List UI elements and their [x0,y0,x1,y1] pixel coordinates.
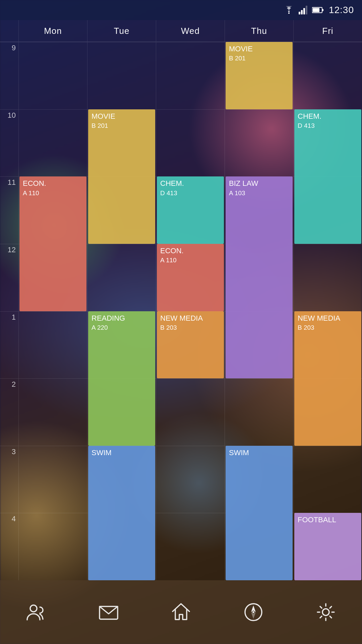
nav-contacts[interactable] [24,600,48,624]
event-title: SWIM [229,448,289,457]
hour-line [294,244,362,244]
svg-rect-3 [303,8,305,14]
event-title: CHEM. [160,179,221,188]
status-icons: 12:30 [284,5,354,15]
status-time: 12:30 [329,5,354,15]
nav-settings[interactable] [314,600,338,624]
day-column-fri[interactable]: CHEM.D 413NEW MEDIAB 203FOOTBALL [293,42,362,580]
svg-point-14 [322,609,329,615]
event-title: BIZ LAW [229,179,289,188]
day-column-wed[interactable]: CHEM.D 413ECON.A 110NEW MEDIAB 203 [156,42,225,580]
time-label-12: 12 [0,244,18,311]
hour-line [156,513,225,513]
time-labels: 91011121234 [0,42,18,580]
svg-rect-2 [301,10,303,14]
day-header-wed: Wed [156,20,225,42]
day-header-tue: Tue [87,20,156,42]
event-movie-thu-9[interactable]: MOVIEB 201 [226,42,293,109]
hour-line [87,42,156,42]
event-room: A 110 [23,190,83,197]
nav-compass[interactable] [242,600,265,624]
svg-point-8 [30,605,37,612]
day-header-thu: Thu [225,20,293,42]
event-room: B 203 [160,324,221,332]
svg-point-0 [288,12,290,14]
hour-line [19,513,87,513]
event-econ-mon-11[interactable]: ECON.A 110 [19,176,86,311]
day-header-mon: Mon [18,20,87,42]
event-room: B 201 [229,55,289,62]
event-title: MOVIE [229,45,289,53]
time-label-1: 1 [0,311,18,379]
day-column-tue[interactable]: MOVIEB 201READINGA 220SWIM [87,42,156,580]
event-econ-wed-12[interactable]: ECON.A 110 [157,244,224,311]
hour-line [225,109,293,110]
hour-line [19,109,87,110]
event-title: READING [92,314,152,323]
day-column-thu[interactable]: MOVIEB 201BIZ LAWA 103SWIM [225,42,293,580]
day-column-mon[interactable]: ECON.A 110 [18,42,87,580]
hour-line [294,42,362,42]
event-title: ECON. [160,247,221,255]
time-label-3: 3 [0,446,18,513]
time-label-10: 10 [0,109,18,177]
event-newmedia-wed-1[interactable]: NEW MEDIAB 203 [157,311,224,379]
svg-rect-7 [313,8,319,12]
wifi-icon [284,6,294,14]
event-room: B 201 [92,122,152,130]
svg-rect-1 [299,12,300,14]
event-room: A 220 [92,324,152,332]
event-swim-tue-3[interactable]: SWIM [88,446,155,580]
event-football-fri-4[interactable]: FOOTBALL [294,513,361,580]
bottom-nav [0,580,362,644]
event-title: SWIM [92,448,152,457]
days-area: ECON.A 110 MOVIEB 201READINGA 220SWIM CH… [18,42,362,580]
time-label-4: 4 [0,513,18,580]
event-newmedia-fri-1[interactable]: NEW MEDIAB 203 [294,311,361,446]
hour-line [156,109,225,110]
event-chem-fri-10[interactable]: CHEM.D 413 [294,109,361,244]
time-grid: 91011121234 ECON.A 110 MOVIEB 201READING… [0,42,362,580]
day-header-row: Mon Tue Wed Thu Fri [0,20,362,42]
nav-home[interactable] [169,600,193,624]
hour-line [294,446,362,446]
hour-line [156,446,225,446]
event-room: A 103 [229,190,289,197]
svg-rect-4 [306,6,307,14]
event-movie-tue-10[interactable]: MOVIEB 201 [88,109,155,244]
hour-line [19,42,87,42]
event-room: A 110 [160,257,221,264]
event-title: NEW MEDIA [160,314,221,323]
hour-line [87,244,156,244]
time-gutter-header [0,20,18,42]
event-room: D 413 [298,122,358,130]
signal-icon [299,6,307,14]
hour-line [156,42,225,42]
event-room: B 203 [298,324,358,332]
time-label-9: 9 [0,42,18,109]
hour-line [156,378,225,379]
calendar-container: Mon Tue Wed Thu Fri 91011121234 ECON.A 1… [0,20,362,580]
time-label-11: 11 [0,176,18,244]
event-title: NEW MEDIA [298,314,358,323]
event-title: ECON. [23,179,83,188]
svg-point-13 [252,611,254,613]
event-bizlaw-thu-11[interactable]: BIZ LAWA 103 [226,176,293,378]
hour-line [225,378,293,379]
day-header-fri: Fri [293,20,362,42]
status-bar: 12:30 [0,0,362,20]
nav-mail[interactable] [97,600,120,624]
event-reading-tue-1[interactable]: READINGA 220 [88,311,155,446]
hour-line [19,378,87,379]
time-label-2: 2 [0,378,18,446]
battery-icon [312,6,324,14]
event-swim-thu-3[interactable]: SWIM [226,446,293,580]
event-title: CHEM. [298,112,358,121]
event-chem-wed-11[interactable]: CHEM.D 413 [157,176,224,244]
hour-line [19,446,87,446]
event-room: D 413 [160,190,221,197]
hour-line [19,311,87,312]
event-title: MOVIE [92,112,152,121]
svg-rect-6 [322,9,323,11]
event-title: FOOTBALL [298,516,358,524]
